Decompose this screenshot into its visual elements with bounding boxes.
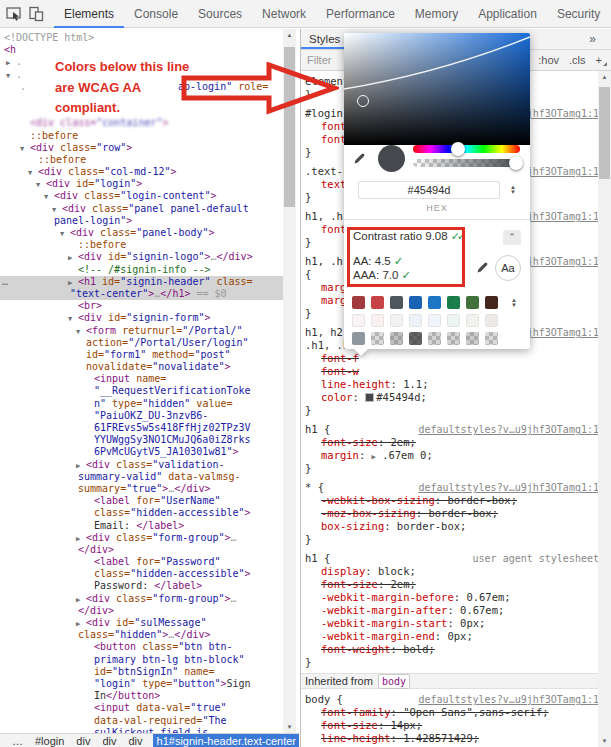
palette-color-swatch[interactable] bbox=[409, 332, 422, 345]
dom-tree-line[interactable]: ::before bbox=[0, 154, 283, 166]
dom-tree-line[interactable]: n" type="hidden" value= bbox=[0, 398, 283, 410]
breadcrumb-item[interactable]: … bbox=[12, 735, 23, 747]
css-line[interactable]: -webkit-margin-before: 0.67em; bbox=[301, 591, 601, 604]
css-line[interactable]: h1 {defaultstyles?v…u9jhf3OTamg1:1 bbox=[301, 423, 601, 436]
palette-color-swatch[interactable] bbox=[428, 314, 441, 327]
tab-overflow-icon[interactable]: » bbox=[589, 29, 596, 49]
dom-tree-line[interactable]: id="btnSignIn" name= bbox=[0, 666, 283, 678]
css-line[interactable]: display: block; bbox=[301, 565, 601, 578]
new-style-rule-button[interactable]: + bbox=[596, 54, 602, 66]
hex-value-input[interactable] bbox=[358, 181, 500, 199]
alpha-slider-handle[interactable] bbox=[509, 156, 523, 170]
dom-panel-scrollbar[interactable]: ▲ ▼ bbox=[283, 29, 296, 733]
palette-color-swatch[interactable] bbox=[409, 314, 422, 327]
tab-security[interactable]: Security bbox=[547, 0, 610, 28]
scroll-up-icon[interactable]: ▲ bbox=[283, 29, 296, 41]
tab-sources[interactable]: Sources bbox=[188, 0, 252, 28]
palette-color-swatch[interactable] bbox=[390, 296, 403, 309]
styles-panel-scrollbar[interactable]: ▲ ▼ bbox=[598, 71, 611, 747]
dom-tree-line[interactable]: class="hidden">…</div> bbox=[0, 629, 283, 641]
hue-slider-handle[interactable] bbox=[451, 142, 465, 156]
css-line[interactable]: box-sizing: border-box; bbox=[301, 520, 601, 533]
dom-tree-line[interactable]: "login" type="button">Sign bbox=[0, 678, 283, 690]
scrollbar-thumb[interactable] bbox=[599, 87, 610, 179]
dom-tree-line[interactable]: ▼<div class="row"> bbox=[0, 142, 283, 154]
palette-color-swatch[interactable] bbox=[485, 296, 498, 309]
tab-network[interactable]: Network bbox=[252, 0, 316, 28]
dom-tree-line[interactable]: ::before bbox=[0, 239, 283, 251]
dom-tree-line[interactable]: action="/Portal/User/login" bbox=[0, 337, 283, 349]
dom-tree-line[interactable]: class="hidden-accessible"> bbox=[0, 507, 283, 519]
css-line[interactable]: h1 {user agent stylesheet bbox=[301, 552, 601, 565]
inspect-element-icon[interactable] bbox=[6, 4, 22, 24]
css-line[interactable]: margin: ▶ .67em 0; bbox=[301, 449, 601, 462]
contrast-preview-button[interactable]: Aa bbox=[495, 255, 521, 281]
dom-tree-line[interactable]: <label for="Password" bbox=[0, 556, 283, 568]
dom-tree-line[interactable]: ▼<div class="panel panel-default bbox=[0, 203, 283, 215]
css-line[interactable]: font-size: 2em; bbox=[301, 578, 601, 591]
dom-tree-line[interactable]: <input data-val="true" bbox=[0, 702, 283, 714]
breadcrumb-item[interactable]: div bbox=[102, 735, 116, 747]
css-line[interactable]: } bbox=[301, 656, 601, 669]
palette-color-swatch[interactable] bbox=[428, 296, 441, 309]
dom-tree-line[interactable]: ▶<div class="validation- bbox=[0, 459, 283, 471]
css-line[interactable]: body {defaultstyles?v…u9jhf3OTamg1:1 bbox=[301, 693, 601, 706]
css-line[interactable]: font-family: "Open Sans",sans-serif; bbox=[301, 706, 601, 719]
color-swatch[interactable] bbox=[365, 393, 374, 402]
dom-tree-line[interactable]: YYUWggSy3NO1CMuJQ6a0iZ8rks bbox=[0, 434, 283, 446]
dom-tree-line[interactable]: "PaiuOKZ_DU-3nzvB6- bbox=[0, 410, 283, 422]
dom-tree-line[interactable]: ▶<div class="form-group">… bbox=[0, 593, 283, 605]
dom-tree-line[interactable]: <label for="UserName" bbox=[0, 495, 283, 507]
dom-tree-line[interactable]: Password: </label> bbox=[0, 580, 283, 592]
dom-tree-line[interactable]: ▼<div class="panel-body"> bbox=[0, 227, 283, 239]
dom-tree-line[interactable]: <input name= bbox=[0, 373, 283, 385]
palette-color-swatch[interactable] bbox=[409, 296, 422, 309]
dom-tree-line[interactable]: panel-login"> bbox=[0, 215, 283, 227]
stylesheet-link[interactable]: defaultstyles?v…u9jhf3OTamg1:1 bbox=[418, 423, 599, 436]
css-line[interactable]: font-size: 2em; bbox=[301, 436, 601, 449]
breadcrumb-item[interactable]: div bbox=[76, 735, 90, 747]
palette-color-swatch[interactable] bbox=[390, 314, 403, 327]
css-line[interactable]: -webkit-margin-start: 0px; bbox=[301, 617, 601, 630]
css-line[interactable]: -webkit-box-sizing: border-box; bbox=[301, 494, 601, 507]
dom-tree-line[interactable]: primary btn-lg btn-block" bbox=[0, 654, 283, 666]
palette-color-swatch[interactable] bbox=[390, 332, 403, 345]
palette-color-swatch[interactable] bbox=[447, 314, 460, 327]
dom-tree-line[interactable]: ▶<div id="sulMessage" bbox=[0, 617, 283, 629]
palette-color-swatch[interactable] bbox=[466, 314, 479, 327]
palette-color-swatch[interactable] bbox=[371, 296, 384, 309]
palette-color-swatch[interactable] bbox=[485, 332, 498, 345]
dom-tree-line[interactable]: <!DOCTYPE html> bbox=[0, 32, 283, 44]
dom-tree-line[interactable]: summary="true">…</div> bbox=[0, 483, 283, 495]
palette-color-swatch[interactable] bbox=[485, 314, 498, 327]
css-line[interactable]: font-w bbox=[301, 365, 601, 378]
dom-tree-line[interactable]: ▼<form returnurl="/Portal/" bbox=[0, 325, 283, 337]
dom-tree-line[interactable]: 6PvMcUGytV5_JA10301w81"> bbox=[0, 446, 283, 458]
dom-tree-line[interactable]: ▶<div class="form-group">… bbox=[0, 532, 283, 544]
palette-color-swatch[interactable] bbox=[447, 296, 460, 309]
dom-tree-line[interactable]: <div class="container"> bbox=[0, 117, 283, 129]
dom-tree-line[interactable]: ▶<div id="signin-logo">…</div> bbox=[0, 251, 283, 263]
sidebar-tab-styles[interactable]: Styles bbox=[301, 29, 348, 49]
dom-tree-line[interactable]: "__RequestVerificationToke bbox=[0, 385, 283, 397]
css-line[interactable]: } bbox=[301, 533, 601, 546]
dom-tree-line[interactable]: </div> bbox=[0, 544, 283, 556]
stylesheet-link[interactable]: defaultstyles?v…u9jhf3OTamg1:1 bbox=[418, 693, 599, 706]
dom-tree-line[interactable]: class="hidden-accessible"> bbox=[0, 568, 283, 580]
scroll-down-icon[interactable]: ▼ bbox=[598, 735, 611, 747]
dom-tree-line[interactable]: ▼<div id="login"> bbox=[0, 178, 283, 190]
breadcrumb-item-selected[interactable]: h1#signin-header.text-center bbox=[153, 734, 299, 747]
contrast-collapse-button[interactable]: ⌃ bbox=[503, 230, 521, 245]
dom-tree-line[interactable]: ▶…<h1 id="signin-header" class= bbox=[0, 276, 283, 288]
dom-tree-line[interactable]: ::before bbox=[0, 130, 283, 142]
dom-tree-line[interactable]: ▼<div class="col-md-12"> bbox=[0, 166, 283, 178]
color-position-indicator[interactable] bbox=[357, 95, 369, 107]
palette-color-swatch[interactable] bbox=[352, 332, 365, 345]
dom-tree-line[interactable]: Email: </label> bbox=[0, 520, 283, 532]
css-line[interactable]: font-f bbox=[301, 352, 601, 365]
class-toggle-button[interactable]: .cls bbox=[569, 54, 586, 66]
format-switcher-icon[interactable]: ▲▼ bbox=[510, 185, 516, 195]
palette-color-swatch[interactable] bbox=[428, 332, 441, 345]
css-line[interactable]: -webkit-margin-end: 0px; bbox=[301, 630, 601, 643]
css-line[interactable]: line-height: 1.1; bbox=[301, 378, 601, 391]
